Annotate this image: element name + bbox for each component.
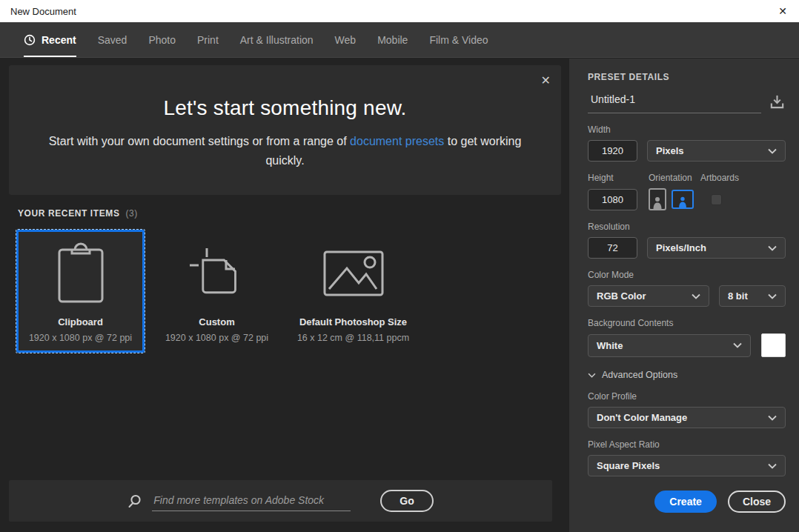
portrait-person-icon bbox=[652, 196, 663, 209]
recent-item-custom[interactable]: Custom 1920 x 1080 px @ 72 ppi bbox=[153, 230, 281, 353]
color-profile-value: Don't Color Manage bbox=[597, 412, 687, 423]
recent-item-dims: 16 x 12 cm @ 118,11 ppcm bbox=[297, 333, 409, 343]
tab-label: Saved bbox=[98, 34, 127, 46]
recent-item-name: Clipboard bbox=[58, 316, 103, 327]
tab-bar: Recent Saved Photo Print Art & Illustrat… bbox=[0, 22, 799, 58]
custom-document-icon bbox=[189, 232, 245, 315]
advanced-options-label: Advanced Options bbox=[602, 370, 677, 380]
artboards-checkbox[interactable] bbox=[711, 194, 722, 205]
tab-art-illustration[interactable]: Art & Illustration bbox=[240, 22, 314, 57]
resolution-label: Resolution bbox=[588, 222, 786, 232]
hero-subtitle: Start with your own document settings or… bbox=[44, 132, 526, 171]
color-profile-label: Color Profile bbox=[588, 391, 786, 402]
main-area: ✕ Let's start something new. Start with … bbox=[0, 59, 569, 532]
background-contents-value: White bbox=[597, 340, 623, 351]
resolution-unit-value: Pixels/Inch bbox=[656, 242, 706, 253]
window-title: New Document bbox=[10, 6, 76, 17]
close-button[interactable]: Close bbox=[728, 491, 786, 513]
tab-label: Print bbox=[197, 34, 219, 46]
tab-label: Film & Video bbox=[429, 34, 488, 46]
image-icon bbox=[323, 232, 384, 315]
hero-title: Let's start something new. bbox=[9, 96, 561, 120]
orientation-portrait-button[interactable] bbox=[649, 188, 666, 210]
width-label: Width bbox=[588, 124, 786, 135]
pixel-aspect-ratio-label: Pixel Aspect Ratio bbox=[588, 439, 786, 450]
hero-subtitle-text: Start with your own document settings or… bbox=[49, 135, 350, 147]
recent-items-list: Clipboard 1920 x 1080 px @ 72 ppi Custom… bbox=[16, 230, 417, 353]
clipboard-icon bbox=[56, 232, 105, 315]
tab-label: Web bbox=[335, 34, 357, 46]
clock-icon bbox=[24, 34, 36, 46]
preset-details-heading: PRESET DETAILS bbox=[588, 72, 786, 82]
color-profile-dropdown[interactable]: Don't Color Manage bbox=[588, 407, 786, 428]
chevron-down-icon bbox=[768, 148, 777, 154]
create-button[interactable]: Create bbox=[654, 491, 717, 513]
tab-saved[interactable]: Saved bbox=[98, 22, 127, 57]
background-contents-dropdown[interactable]: White bbox=[588, 334, 751, 357]
pixel-aspect-ratio-dropdown[interactable]: Square Pixels bbox=[588, 455, 786, 476]
height-label: Height bbox=[588, 173, 649, 183]
color-mode-label: Color Mode bbox=[588, 270, 786, 280]
tab-label: Art & Illustration bbox=[240, 34, 314, 46]
tab-film-video[interactable]: Film & Video bbox=[429, 22, 488, 57]
chevron-down-icon bbox=[692, 293, 700, 299]
window-titlebar: New Document ✕ bbox=[0, 0, 799, 22]
tab-mobile[interactable]: Mobile bbox=[377, 22, 408, 57]
height-input[interactable] bbox=[588, 189, 637, 210]
tab-label: Photo bbox=[148, 34, 176, 46]
tab-label: Recent bbox=[42, 34, 76, 46]
advanced-options-toggle[interactable]: Advanced Options bbox=[588, 370, 786, 380]
chevron-down-icon bbox=[588, 373, 596, 378]
window-close-icon[interactable]: ✕ bbox=[775, 4, 790, 18]
recent-item-clipboard[interactable]: Clipboard 1920 x 1080 px @ 72 ppi bbox=[16, 230, 145, 353]
document-name-input[interactable] bbox=[591, 93, 761, 105]
tab-photo[interactable]: Photo bbox=[148, 22, 176, 57]
background-color-swatch[interactable] bbox=[761, 333, 786, 357]
document-presets-link[interactable]: document presets bbox=[350, 135, 444, 147]
artboards-label: Artboards bbox=[700, 173, 739, 183]
bit-depth-value: 8 bit bbox=[728, 290, 748, 302]
background-contents-label: Background Contents bbox=[588, 318, 786, 328]
recent-items-heading: YOUR RECENT ITEMS (3) bbox=[18, 208, 138, 219]
width-unit-value: Pixels bbox=[656, 145, 684, 156]
width-unit-dropdown[interactable]: Pixels bbox=[647, 140, 786, 162]
tab-print[interactable]: Print bbox=[197, 22, 219, 57]
resolution-input[interactable] bbox=[588, 237, 637, 259]
color-mode-value: RGB Color bbox=[597, 290, 646, 302]
chevron-down-icon bbox=[768, 245, 777, 251]
recent-item-dims: 1920 x 1080 px @ 72 ppi bbox=[165, 333, 268, 343]
search-icon bbox=[127, 494, 142, 508]
tab-web[interactable]: Web bbox=[335, 22, 357, 57]
preset-details-panel: PRESET DETAILS Width Pixels Height Orien… bbox=[569, 59, 799, 532]
stock-search-input[interactable] bbox=[152, 491, 351, 511]
resolution-unit-dropdown[interactable]: Pixels/Inch bbox=[647, 237, 786, 259]
tab-label: Mobile bbox=[377, 34, 408, 46]
pixel-aspect-ratio-value: Square Pixels bbox=[597, 460, 660, 471]
hero-banner: ✕ Let's start something new. Start with … bbox=[9, 65, 561, 195]
recent-item-name: Default Photoshop Size bbox=[299, 316, 407, 327]
landscape-person-icon bbox=[677, 196, 689, 207]
tab-recent[interactable]: Recent bbox=[24, 22, 76, 57]
recent-item-dims: 1920 x 1080 px @ 72 ppi bbox=[29, 333, 132, 343]
go-button[interactable]: Go bbox=[380, 490, 433, 512]
recent-item-name: Custom bbox=[199, 316, 234, 327]
width-input[interactable] bbox=[588, 140, 637, 162]
recent-items-heading-text: YOUR RECENT ITEMS bbox=[18, 208, 120, 219]
adobe-stock-search-bar: Go bbox=[9, 480, 552, 522]
chevron-down-icon bbox=[733, 342, 742, 348]
recent-item-default-photoshop-size[interactable]: Default Photoshop Size 16 x 12 cm @ 118,… bbox=[289, 230, 417, 353]
recent-items-count: (3) bbox=[125, 208, 137, 219]
hero-close-icon[interactable]: ✕ bbox=[541, 75, 551, 87]
orientation-landscape-button[interactable] bbox=[672, 190, 694, 209]
color-mode-dropdown[interactable]: RGB Color bbox=[588, 285, 709, 307]
chevron-down-icon bbox=[768, 463, 777, 469]
orientation-label: Orientation bbox=[649, 173, 700, 183]
bit-depth-dropdown[interactable]: 8 bit bbox=[719, 285, 786, 307]
save-preset-icon[interactable] bbox=[769, 93, 786, 113]
chevron-down-icon bbox=[768, 415, 777, 421]
chevron-down-icon bbox=[768, 293, 777, 299]
